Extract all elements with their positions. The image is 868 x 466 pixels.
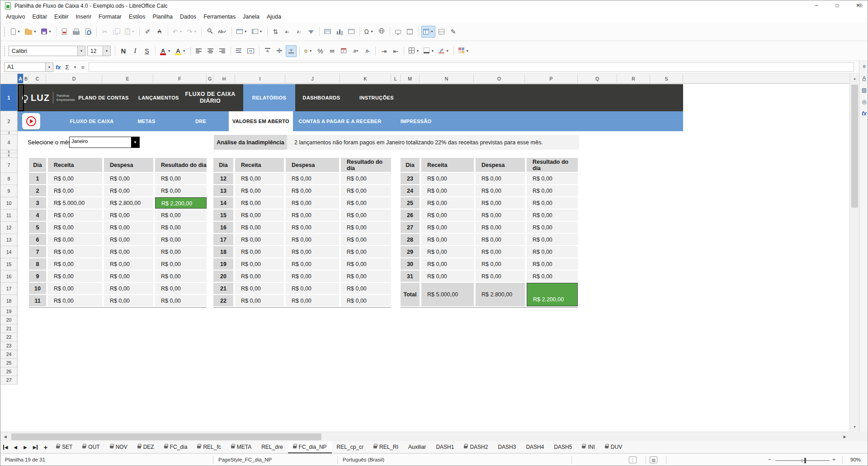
row-header-4[interactable]: 4 [0, 135, 18, 150]
show-draw-functions-button[interactable]: ✎ [448, 26, 459, 38]
clone-formatting-button[interactable]: ✐ [142, 26, 153, 38]
toolbar-grip[interactable] [4, 46, 6, 56]
column-header-b[interactable]: B [24, 74, 29, 84]
despesa-cell[interactable]: R$ 0,00 [476, 197, 525, 209]
previous-sheet-button[interactable]: ◀ [10, 445, 20, 450]
day-cell[interactable]: 6 [29, 234, 46, 245]
menu-janela[interactable]: Janela [239, 12, 263, 21]
resultado-cell[interactable]: R$ 0,00 [341, 173, 391, 184]
column-header-f[interactable]: F [153, 74, 207, 84]
resultado-cell[interactable]: R$ 0,00 [155, 283, 207, 294]
row-header-26[interactable]: 26 [0, 367, 18, 376]
font-color-button[interactable]: A▼ [158, 45, 172, 57]
resultado-cell[interactable]: R$ 0,00 [155, 222, 207, 233]
despesa-cell[interactable]: R$ 0,00 [104, 283, 153, 294]
chevron-down-icon[interactable]: ▼ [77, 46, 85, 56]
receita-cell[interactable]: R$ 0,00 [235, 246, 284, 257]
increase-indent-button[interactable]: ⇥ [378, 45, 389, 57]
resultado-cell[interactable]: R$ 2.200,00 [155, 197, 207, 209]
row-header-16[interactable]: 16 [0, 271, 18, 283]
receita-cell[interactable]: R$ 0,00 [421, 209, 474, 221]
sheet-tab-out[interactable]: OUT [77, 441, 104, 453]
sidebar-styles-icon[interactable]: A [859, 73, 868, 85]
italic-button[interactable]: I [130, 45, 141, 57]
menu-estilos[interactable]: Estilos [125, 12, 149, 21]
despesa-cell[interactable]: R$ 0,00 [104, 173, 153, 184]
row-header-3[interactable]: 3 [0, 131, 18, 135]
receita-cell[interactable]: R$ 0,00 [421, 185, 474, 196]
despesa-cell[interactable]: R$ 0,00 [476, 271, 525, 282]
add-decimal-button[interactable]: .0+ [350, 45, 361, 57]
chevron-down-icon[interactable]: ▼ [309, 49, 312, 52]
bold-button[interactable]: N [118, 45, 129, 57]
day-cell[interactable]: 28 [401, 234, 420, 245]
row-header-20[interactable]: 20 [0, 316, 18, 324]
row-header-14[interactable]: 14 [0, 246, 18, 258]
receita-cell[interactable]: R$ 0,00 [421, 246, 474, 257]
borders-button[interactable]: ▼ [407, 45, 421, 57]
despesa-cell[interactable]: R$ 0,00 [476, 258, 525, 270]
sheet-tab-nov[interactable]: NOV [105, 441, 132, 453]
receita-cell[interactable]: R$ 0,00 [421, 173, 474, 184]
row-header-1[interactable]: 1 [0, 84, 18, 111]
chevron-down-icon[interactable]: ▼ [179, 30, 182, 33]
row-header-5[interactable]: 5 [0, 150, 18, 153]
nav-tab-fluxo-de-caixa-diario[interactable]: FLUXO DE CAIXADIÁRIO [179, 84, 242, 111]
row-header-17[interactable]: 17 [0, 283, 18, 295]
row-header-9[interactable]: 9 [0, 185, 18, 197]
merge-cells-button[interactable] [245, 45, 256, 57]
despesa-cell[interactable]: R$ 0,00 [104, 295, 153, 306]
align-right-button[interactable] [217, 45, 228, 57]
resultado-cell[interactable]: R$ 0,00 [341, 197, 391, 209]
receita-cell[interactable]: R$ 0,00 [421, 258, 474, 270]
receita-cell[interactable]: R$ 0,00 [235, 258, 284, 270]
menu-arquivo[interactable]: Arquivo [2, 12, 28, 21]
row-header-13[interactable]: 13 [0, 234, 18, 246]
row-header-11[interactable]: 11 [0, 209, 18, 222]
sheet-tab-dash3[interactable]: DASH3 [493, 441, 521, 453]
special-character-button[interactable]: Ω▼ [363, 26, 375, 38]
despesa-cell[interactable]: R$ 0,00 [104, 258, 153, 270]
horizontal-scrollbar[interactable]: ◀ ▶ [0, 432, 849, 441]
receita-cell[interactable]: R$ 0,00 [421, 234, 474, 245]
sheet-tab-rel-cp-cr[interactable]: REL_cp_cr [332, 441, 368, 453]
align-center-button[interactable] [205, 45, 216, 57]
row-header-12[interactable]: 12 [0, 222, 18, 234]
chevron-down-icon[interactable]: ▼ [370, 30, 373, 33]
undo-button[interactable]: ↶▼ [171, 26, 184, 38]
receita-cell[interactable]: R$ 0,00 [48, 283, 102, 294]
menu-dados[interactable]: Dados [176, 12, 200, 21]
delete-decimal-button[interactable]: .0- [362, 45, 373, 57]
nav-tab-lancamentos[interactable]: LANÇAMENTOS [136, 84, 181, 111]
sheet-tab-dash1[interactable]: DASH1 [431, 441, 459, 453]
sum-icon[interactable]: Σ [66, 64, 69, 71]
subnav-tab-dre[interactable]: DRE [185, 111, 217, 131]
receita-cell[interactable]: R$ 0,00 [48, 295, 102, 306]
receita-cell[interactable]: R$ 0,00 [235, 234, 284, 245]
dropdown-arrow-icon[interactable]: ▼ [131, 137, 139, 147]
border-color-button[interactable]: ▼ [437, 45, 451, 57]
zoom-level[interactable]: 90% [850, 457, 861, 462]
month-selector-dropdown[interactable]: Janeiro ▼ [69, 137, 140, 148]
day-cell[interactable]: 27 [401, 222, 420, 233]
row-header-21[interactable]: 21 [0, 324, 18, 333]
resultado-cell[interactable]: R$ 0,00 [341, 271, 391, 282]
formula-input[interactable] [89, 62, 854, 72]
day-cell[interactable]: 14 [213, 197, 233, 209]
day-cell[interactable]: 16 [213, 222, 233, 233]
resultado-cell[interactable]: R$ 0,00 [527, 258, 578, 270]
sort-ascending-button[interactable]: a↓ [282, 26, 293, 38]
sheet-tab-fc-dia[interactable]: FC_dia [159, 441, 193, 453]
resultado-cell[interactable]: R$ 0,00 [341, 222, 391, 233]
sheet-tab-dez[interactable]: DEZ [132, 441, 159, 453]
column-header-g[interactable]: G [207, 74, 213, 84]
subnav-tab-fluxo-de-caixa[interactable]: FLUXO DE CAIXA [68, 111, 115, 131]
resultado-cell[interactable]: R$ 0,00 [527, 271, 578, 282]
find-replace-button[interactable] [204, 26, 215, 38]
sheet-tab-dash5[interactable]: DASH5 [549, 441, 577, 453]
receita-cell[interactable]: R$ 0,00 [48, 258, 102, 270]
vertical-scrollbar[interactable]: ▲ ▼ [849, 74, 859, 432]
font-name-combo[interactable]: Calibri▼ [9, 46, 85, 56]
receita-cell[interactable]: R$ 0,00 [48, 173, 102, 184]
chevron-down-icon[interactable]: ▼ [244, 30, 247, 33]
